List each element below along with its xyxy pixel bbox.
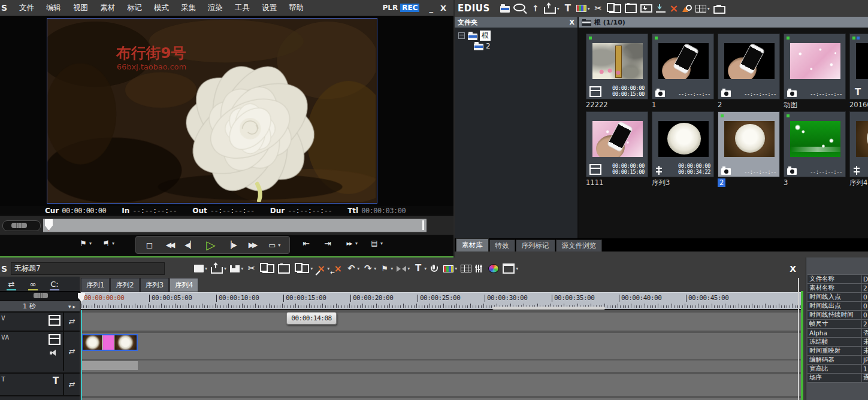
transport-button[interactable]: ▕▶ bbox=[226, 240, 237, 250]
bin-toolbar-button[interactable] bbox=[513, 5, 527, 11]
timeline-toolbar-button[interactable] bbox=[278, 264, 290, 274]
menu-item[interactable]: 模式 bbox=[154, 3, 169, 13]
bin-tab[interactable]: 特效 bbox=[489, 240, 515, 251]
position-bar[interactable] bbox=[43, 219, 427, 232]
timeline-toolbar-button[interactable]: × bbox=[316, 264, 329, 274]
mode-button[interactable]: ⇄ bbox=[7, 279, 16, 289]
timeline-toolbar-button[interactable] bbox=[503, 263, 518, 274]
track-header-va[interactable]: VA ⇄ bbox=[0, 331, 80, 371]
timeline-playhead[interactable] bbox=[81, 310, 82, 400]
timeline-toolbar-button[interactable]: × bbox=[333, 264, 343, 274]
time-scale-selector[interactable]: 1 秒 ▾▸ bbox=[0, 301, 80, 311]
timeline-toolbar-button[interactable]: ↷ bbox=[363, 264, 376, 274]
bin-clip[interactable]: 序列4 bbox=[849, 111, 868, 188]
title-track-icon[interactable]: T bbox=[51, 376, 61, 386]
transport-button[interactable]: ⚑ bbox=[101, 238, 114, 248]
folder-tree-root[interactable]: 根 bbox=[458, 31, 577, 41]
minimize-button[interactable]: _ bbox=[429, 4, 433, 13]
timeline-toolbar-button[interactable] bbox=[194, 265, 207, 272]
menu-item[interactable]: 采集 bbox=[181, 3, 196, 13]
menu-item[interactable]: 视图 bbox=[73, 3, 88, 13]
audio-track-icon[interactable] bbox=[50, 350, 59, 356]
timeline-toolbar-button[interactable]: T bbox=[413, 264, 427, 274]
close-button[interactable]: X bbox=[440, 4, 446, 13]
menu-item[interactable]: 文件 bbox=[19, 3, 34, 13]
menu-item[interactable]: 设置 bbox=[262, 3, 277, 13]
timeline-toolbar-button[interactable]: ↶ bbox=[346, 264, 359, 274]
root-folder-label[interactable]: 根 bbox=[480, 31, 491, 41]
zoom-slider-thumb[interactable] bbox=[34, 293, 48, 298]
shuttle-slider[interactable] bbox=[2, 220, 41, 231]
bin-clip[interactable]: --:--:--:--动图 bbox=[784, 34, 846, 110]
track-lane-va-mixer[interactable] bbox=[81, 360, 801, 372]
bin-clip[interactable]: 00:00:00:0000:00:15:001111 bbox=[586, 111, 648, 188]
video-track-icon[interactable] bbox=[49, 334, 61, 345]
track-lane-va[interactable] bbox=[81, 333, 801, 359]
playhead-marker[interactable] bbox=[45, 219, 53, 231]
collapse-icon[interactable] bbox=[458, 32, 465, 39]
transport-button[interactable]: ◀◀ bbox=[165, 240, 174, 250]
track-header-t[interactable]: T T ⇄ bbox=[0, 372, 80, 395]
video-track-icon[interactable] bbox=[49, 315, 61, 326]
timeline-toolbar-button[interactable] bbox=[294, 264, 313, 273]
track-patch-column[interactable]: ⇄ bbox=[63, 313, 80, 331]
timeline-toolbar-button[interactable] bbox=[397, 266, 410, 272]
timeline-toolbar-button[interactable] bbox=[230, 265, 243, 272]
bin-tab[interactable]: 序列标记 bbox=[516, 240, 555, 251]
bin-toolbar-button[interactable]: T bbox=[563, 4, 573, 13]
bin-clip[interactable]: --:--:--:--1 bbox=[652, 34, 714, 110]
menu-item[interactable]: 标记 bbox=[127, 3, 142, 13]
bin-toolbar-button[interactable] bbox=[544, 4, 559, 14]
bin-clip[interactable]: 00:00:00:0000:00:15:0022222 bbox=[586, 34, 648, 110]
transport-button[interactable]: ▭ bbox=[267, 240, 280, 250]
clip-mixer-bar[interactable] bbox=[81, 361, 138, 370]
timeline-toolbar-button[interactable] bbox=[475, 265, 485, 273]
sequence-tab[interactable]: 序列3 bbox=[140, 278, 169, 292]
menu-item[interactable]: 帮助 bbox=[289, 3, 304, 13]
bin-toolbar-button[interactable] bbox=[656, 4, 666, 13]
bin-toolbar-button[interactable]: ✂ bbox=[594, 4, 603, 13]
track-lane-v[interactable] bbox=[81, 313, 801, 331]
bin-toolbar-button[interactable] bbox=[625, 4, 637, 13]
bin-clip[interactable]: --:--:--:--2 bbox=[718, 111, 780, 188]
bin-clip[interactable]: T20160 bbox=[849, 34, 868, 110]
sequence-tab[interactable]: 序列4 bbox=[170, 278, 198, 292]
timeline-toolbar-button[interactable] bbox=[211, 263, 226, 274]
sequence-tab[interactable]: 序列1 bbox=[81, 278, 110, 292]
timeline-toolbar-button[interactable]: ⚑ bbox=[380, 264, 393, 274]
bin-toolbar-button[interactable] bbox=[695, 5, 710, 13]
menu-item[interactable]: 渲染 bbox=[208, 3, 223, 13]
transport-button[interactable]: ⇤ bbox=[301, 238, 311, 248]
timeline-toolbar-button[interactable] bbox=[461, 265, 471, 272]
mode-button[interactable]: ∞ bbox=[28, 279, 38, 289]
bin-toolbar-button[interactable] bbox=[607, 4, 621, 13]
track-patch-column[interactable]: ⇄ bbox=[63, 374, 80, 395]
chevron-down-icon[interactable]: ▾▸ bbox=[68, 304, 77, 310]
transport-button[interactable]: ▤ bbox=[370, 238, 383, 248]
timeline-track-area[interactable]: 00:00:14:08 bbox=[81, 310, 801, 400]
track-patch-column[interactable]: ⇄ bbox=[63, 332, 80, 371]
timeline-zoom-slider[interactable] bbox=[0, 291, 80, 301]
timeline-close-icon[interactable]: X bbox=[790, 264, 796, 274]
bin-tab[interactable]: 源文件浏览 bbox=[556, 240, 603, 251]
bin-toolbar-button[interactable] bbox=[500, 4, 510, 13]
bin-clip[interactable]: 00:00:00:0000:00:34:22序列3 bbox=[652, 111, 714, 188]
transport-button[interactable]: ⇥ bbox=[323, 238, 332, 248]
bin-tab[interactable]: 素材库 bbox=[456, 238, 489, 251]
folder-panel-close-icon[interactable]: X bbox=[570, 19, 574, 26]
menu-item[interactable]: 素材 bbox=[100, 3, 115, 13]
bin-toolbar-button[interactable] bbox=[640, 4, 652, 13]
transport-button[interactable]: ◀▏ bbox=[185, 240, 195, 250]
timeline-toolbar-button[interactable] bbox=[488, 264, 499, 273]
transport-button[interactable]: ◻ bbox=[145, 240, 155, 250]
track-lane-t[interactable] bbox=[81, 374, 801, 396]
timeline-clip[interactable] bbox=[81, 334, 138, 351]
timeline-toolbar-button[interactable] bbox=[260, 264, 274, 273]
timeline-toolbar-button[interactable]: ✂ bbox=[247, 264, 256, 274]
bin-toolbar-button[interactable] bbox=[682, 5, 692, 12]
bin-toolbar-button[interactable]: × bbox=[669, 4, 679, 13]
sequence-tab[interactable]: 序列2 bbox=[110, 278, 139, 292]
timeline-ruler[interactable]: 00:00:00:0000:00:05:0000:00:10:0000:00:1… bbox=[81, 292, 801, 310]
child-folder-label[interactable]: 2 bbox=[486, 42, 491, 50]
bin-toolbar-button[interactable] bbox=[576, 4, 590, 13]
